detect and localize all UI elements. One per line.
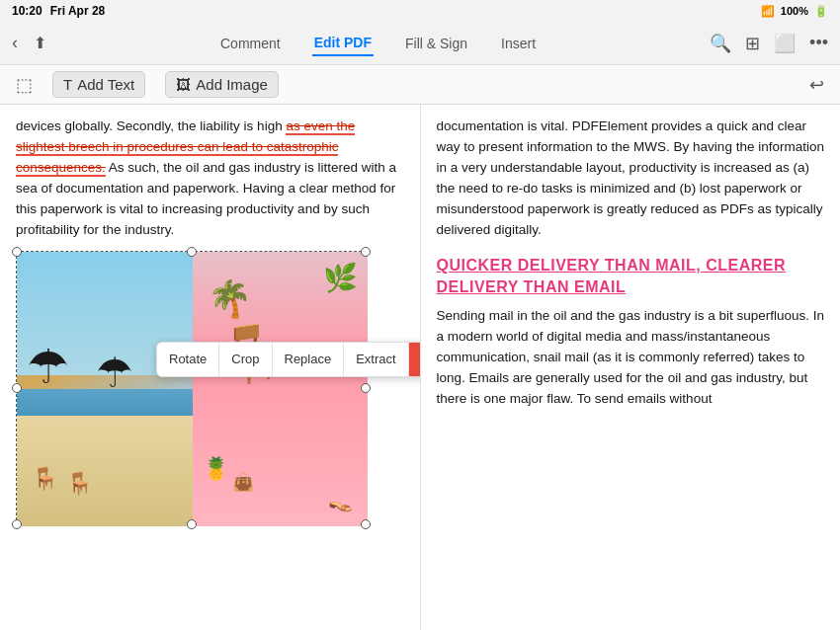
share-alt-icon[interactable]: ⬜ — [774, 33, 796, 54]
edit-toolbar: ⬚ T Add Text 🖼 Add Image ↩ — [0, 65, 840, 105]
crop-button[interactable]: Crop — [219, 343, 272, 376]
handle-top-left[interactable] — [12, 247, 22, 257]
context-menu-toolbar: Rotate Crop Replace Extract Copy Delete — [156, 342, 421, 377]
add-text-icon: T — [63, 76, 72, 93]
handle-mid-right[interactable] — [361, 383, 371, 393]
umbrella-icon-2: ☂ — [96, 341, 133, 405]
selected-image-container[interactable]: ☂ ☂ 🪑 🪑 🌿 🌴 🪑 🍍 👡 👜 — [16, 251, 367, 525]
back-icon[interactable]: ‹ — [12, 33, 18, 53]
main-content-area: devices globally. Secondly, the liabilit… — [0, 105, 840, 630]
umbrella-icon-1: ☂ — [27, 331, 69, 404]
grid-icon[interactable]: ⊞ — [745, 33, 760, 54]
pineapple-icon: 🍍 — [203, 452, 229, 486]
battery-display: 100% — [781, 5, 808, 17]
handle-mid-left[interactable] — [12, 383, 22, 393]
tab-insert[interactable]: Insert — [499, 32, 538, 55]
select-mode-icon[interactable]: ⬚ — [16, 74, 33, 96]
tab-edit-pdf[interactable]: Edit PDF — [312, 31, 374, 56]
rotate-button[interactable]: Rotate — [157, 343, 219, 376]
beach-chair-icon: 🪑 — [32, 462, 58, 496]
image-right-pink: 🌿 🌴 🪑 🍍 👡 👜 — [193, 252, 368, 526]
tab-comment[interactable]: Comment — [218, 32, 283, 55]
date-display: Fri Apr 28 — [50, 4, 106, 18]
beach-chair-icon-2: 🪑 — [66, 467, 93, 501]
right-content-panel: documentation is vital. PDFElement provi… — [421, 105, 841, 630]
handle-top-right[interactable] — [361, 247, 371, 257]
add-image-button[interactable]: 🖼 Add Image — [165, 71, 279, 98]
handle-bottom-right[interactable] — [361, 519, 371, 529]
right-paragraph-1: documentation is vital. PDFElement provi… — [437, 117, 825, 241]
handle-top-center[interactable] — [187, 247, 197, 257]
left-content-panel: devices globally. Secondly, the liabilit… — [0, 105, 421, 630]
search-icon[interactable]: 🔍 — [710, 33, 731, 54]
right-heading-1: QUICKER DELIVERY THAN MAIL, CLEARER DELI… — [437, 255, 825, 299]
undo-button[interactable]: ↩ — [809, 74, 824, 96]
more-icon[interactable]: ••• — [809, 33, 828, 53]
status-bar: 10:20 Fri Apr 28 📶 100% 🔋 — [0, 0, 840, 22]
tab-fill-sign[interactable]: Fill & Sign — [403, 32, 469, 55]
share-icon[interactable]: ⬆ — [34, 34, 46, 52]
replace-button[interactable]: Replace — [273, 343, 345, 376]
image-left-beach: ☂ ☂ 🪑 🪑 — [17, 252, 193, 526]
right-paragraph-2: Sending mail in the oil and the gas indu… — [437, 306, 825, 410]
battery-icon: 🔋 — [814, 5, 828, 18]
left-paragraph-1: devices globally. Secondly, the liabilit… — [16, 117, 404, 241]
sandals-icon: 👡 — [328, 486, 353, 516]
plant-icon: 🌿 — [323, 257, 358, 299]
handle-bottom-center[interactable] — [187, 519, 197, 529]
copy-button[interactable]: Copy — [409, 343, 421, 376]
strikethrough-text: as even the slightest breech in procedur… — [16, 118, 355, 177]
extract-button[interactable]: Extract — [344, 343, 408, 376]
wifi-icon: 📶 — [761, 5, 775, 18]
bag-icon: 👜 — [232, 469, 254, 497]
time-display: 10:20 — [12, 4, 42, 18]
navigation-bar: ‹ ⬆ Comment Edit PDF Fill & Sign Insert … — [0, 22, 840, 65]
add-image-icon: 🖼 — [176, 76, 191, 93]
add-text-button[interactable]: T Add Text — [52, 71, 145, 98]
handle-bottom-left[interactable] — [12, 519, 22, 529]
